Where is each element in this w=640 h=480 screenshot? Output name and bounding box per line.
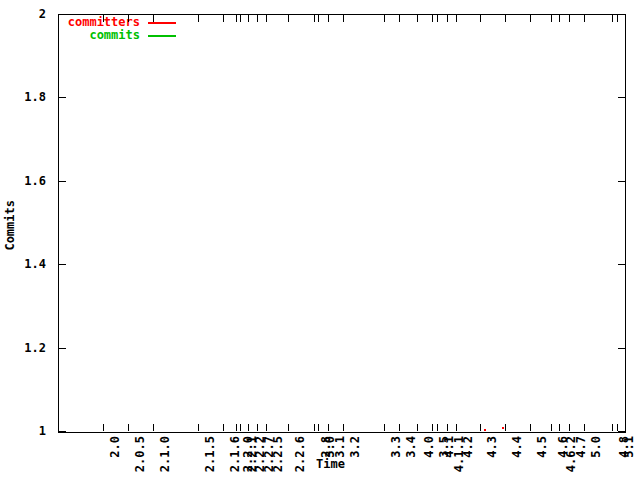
y-tick-mark-right xyxy=(618,181,625,182)
x-tick-mark-top xyxy=(530,15,531,22)
y-tick-label: 1.6 xyxy=(0,175,46,187)
x-tick-mark-top xyxy=(480,15,481,22)
x-tick-mark xyxy=(437,424,438,431)
x-tick-mark xyxy=(103,424,104,431)
x-tick-mark-top xyxy=(584,15,585,22)
x-tick-label: 2.1.0 xyxy=(159,436,171,472)
y-tick-mark xyxy=(59,348,66,349)
x-tick-mark-top xyxy=(399,15,400,22)
y-tick-mark-right xyxy=(618,14,625,15)
x-tick-label: 2.2.6 xyxy=(294,436,306,472)
x-tick-label: 2.0 xyxy=(109,436,121,458)
data-point-red xyxy=(484,429,486,431)
x-tick-mark-top xyxy=(128,15,129,22)
y-tick-mark xyxy=(59,181,66,182)
x-tick-label: 4.0 xyxy=(423,436,435,458)
x-tick-mark xyxy=(257,424,258,431)
x-tick-mark xyxy=(569,424,570,431)
x-tick-label: 2.1.6 xyxy=(229,436,241,472)
y-axis-title: Commits xyxy=(4,200,16,251)
x-tick-mark-top xyxy=(318,15,319,22)
y-tick-mark-right xyxy=(618,97,625,98)
legend-line-sample-commits xyxy=(148,35,176,37)
x-tick-mark xyxy=(505,424,506,431)
x-tick-mark xyxy=(384,424,385,431)
x-tick-mark xyxy=(223,424,224,431)
x-tick-mark xyxy=(480,424,481,431)
x-tick-label: 5.0 xyxy=(590,436,602,458)
y-tick-mark xyxy=(59,431,66,432)
y-tick-mark-right xyxy=(618,348,625,349)
y-tick-label: 1.4 xyxy=(0,258,46,270)
x-tick-mark xyxy=(417,424,418,431)
x-tick-mark-top xyxy=(384,15,385,22)
x-tick-mark-top xyxy=(612,15,613,22)
x-tick-mark-top xyxy=(559,15,560,22)
y-tick-mark xyxy=(59,14,66,15)
x-tick-mark xyxy=(432,424,433,431)
y-tick-label: 1.2 xyxy=(0,342,46,354)
x-tick-mark-top xyxy=(447,15,448,22)
x-tick-label: 3.3 xyxy=(390,436,402,458)
x-tick-mark-top xyxy=(240,15,241,22)
x-tick-mark xyxy=(584,424,585,431)
x-tick-mark-top xyxy=(432,15,433,22)
x-tick-label: 2.2.5 xyxy=(272,436,284,472)
x-tick-label: 5.1 xyxy=(623,436,635,458)
x-tick-mark-top xyxy=(248,15,249,22)
x-tick-mark-top xyxy=(236,15,237,22)
x-tick-mark-top xyxy=(617,15,618,22)
x-tick-mark xyxy=(240,424,241,431)
x-tick-mark xyxy=(447,424,448,431)
x-tick-mark xyxy=(266,424,267,431)
x-tick-mark xyxy=(530,424,531,431)
x-tick-mark xyxy=(399,424,400,431)
x-tick-mark-top xyxy=(257,15,258,22)
x-tick-mark xyxy=(248,424,249,431)
y-tick-label: 1.8 xyxy=(0,91,46,103)
y-tick-label: 1 xyxy=(0,425,46,437)
x-tick-label: 4.3 xyxy=(486,436,498,458)
x-tick-mark xyxy=(612,424,613,431)
x-tick-mark xyxy=(456,424,457,431)
x-tick-mark-top xyxy=(266,15,267,22)
gnuplot-chart: Commits Time committers commits 2.02.0.5… xyxy=(0,0,640,480)
x-tick-mark xyxy=(318,424,319,431)
x-tick-mark xyxy=(328,424,329,431)
x-tick-label: 4.2 xyxy=(462,436,474,458)
x-tick-mark-top xyxy=(314,15,315,22)
x-tick-mark xyxy=(198,424,199,431)
x-tick-mark xyxy=(153,424,154,431)
x-tick-label: 4.7 xyxy=(575,436,587,458)
x-tick-label: 2.1.5 xyxy=(204,436,216,472)
x-tick-label: 2.0.5 xyxy=(134,436,146,472)
x-tick-mark-top xyxy=(569,15,570,22)
x-tick-mark-top xyxy=(343,15,344,22)
x-tick-mark-top xyxy=(551,15,552,22)
x-tick-mark-top xyxy=(328,15,329,22)
x-tick-mark-top xyxy=(417,15,418,22)
x-tick-label: 4.4 xyxy=(511,436,523,458)
y-tick-mark-right xyxy=(618,431,625,432)
x-tick-mark xyxy=(617,424,618,431)
x-tick-mark xyxy=(314,424,315,431)
data-point-red xyxy=(502,427,504,429)
y-tick-mark xyxy=(59,264,66,265)
x-tick-label: 3.1 xyxy=(334,436,346,458)
x-tick-mark-top xyxy=(103,15,104,22)
x-tick-mark-top xyxy=(288,15,289,22)
x-tick-label: 3.2 xyxy=(349,436,361,458)
x-tick-mark xyxy=(288,424,289,431)
y-tick-label: 2 xyxy=(0,8,46,20)
x-tick-mark xyxy=(236,424,237,431)
y-tick-mark xyxy=(59,97,66,98)
x-tick-mark xyxy=(551,424,552,431)
legend-line-sample-committers xyxy=(148,22,176,24)
x-tick-mark xyxy=(343,424,344,431)
x-tick-mark-top xyxy=(198,15,199,22)
plot-area-border xyxy=(58,14,626,433)
x-tick-mark-top xyxy=(223,15,224,22)
x-tick-mark-top xyxy=(456,15,457,22)
x-tick-mark-top xyxy=(505,15,506,22)
legend-label-commits: commits xyxy=(40,29,140,42)
